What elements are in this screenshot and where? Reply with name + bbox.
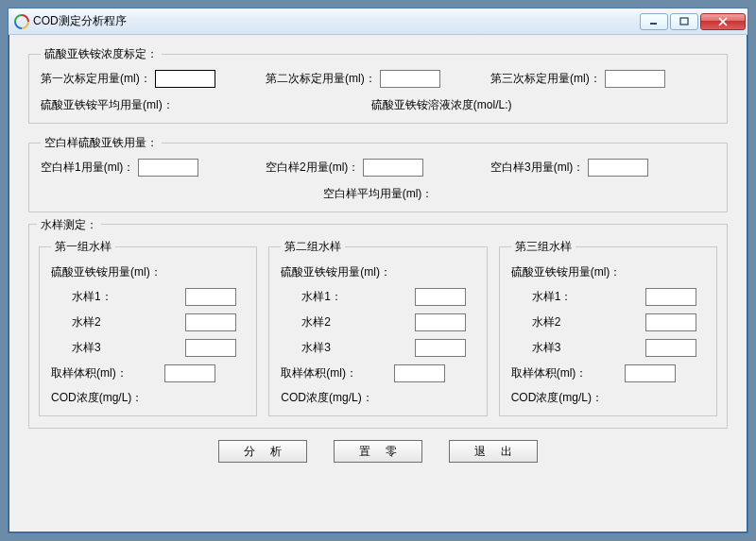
g2-s3-label: 水样3 [281, 340, 415, 356]
g2-s1-input[interactable] [415, 288, 466, 306]
g2-s2-input[interactable] [415, 313, 466, 331]
titlebar: COD测定分析程序 [9, 8, 747, 35]
g2-s2-label: 水样2 [281, 314, 415, 330]
blank-avg-label: 空白样平均用量(ml)： [323, 186, 434, 202]
cal3-input[interactable] [605, 70, 665, 88]
sample-group-3-legend: 第三组水样 [511, 239, 576, 255]
g1-s2-label: 水样2 [51, 314, 185, 330]
g2-vol-label: 取样体积(ml)： [281, 365, 394, 381]
g3-s3-label: 水样3 [511, 340, 645, 356]
g3-vol-input[interactable] [625, 364, 676, 382]
samples-legend: 水样测定： [37, 217, 101, 233]
app-icon [14, 14, 29, 29]
sample-group-3: 第三组水样 硫酸亚铁铵用量(ml)： 水样1： 水样2 水样3 取样体积(ml)… [499, 239, 717, 416]
button-row: 分 析 置 零 退 出 [28, 440, 728, 463]
exit-button[interactable]: 退 出 [449, 440, 538, 463]
app-window: COD测定分析程序 硫酸亚铁铵浓度标定： 第一次标定用量(ml)： [8, 8, 748, 533]
g1-s3-label: 水样3 [51, 340, 185, 356]
analyze-button[interactable]: 分 析 [218, 440, 307, 463]
g1-s1-label: 水样1： [51, 289, 185, 305]
g3-s1-input[interactable] [645, 288, 696, 306]
reset-button[interactable]: 置 零 [334, 440, 422, 463]
blank-legend: 空白样硫酸亚铁用量： [41, 135, 162, 151]
g2-s1-label: 水样1： [281, 289, 415, 305]
cal2-input[interactable] [380, 70, 440, 88]
blank2-input[interactable] [363, 159, 423, 177]
blank2-label: 空白样2用量(ml)： [266, 160, 359, 176]
g1-s1-input[interactable] [185, 288, 236, 306]
cal2-label: 第二次标定用量(ml)： [266, 71, 376, 87]
g1-vol-input[interactable] [164, 364, 215, 382]
close-button[interactable] [700, 13, 746, 30]
g3-vol-label: 取样体积(ml)： [511, 365, 625, 381]
g2-usage-label: 硫酸亚铁铵用量(ml)： [281, 264, 394, 280]
g3-s1-label: 水样1： [511, 289, 645, 305]
sample-group-2: 第二组水样 硫酸亚铁铵用量(ml)： 水样1： 水样2 水样3 取样体积(ml)… [268, 239, 487, 416]
blank1-label: 空白样1用量(ml)： [41, 160, 134, 176]
minimize-button[interactable] [640, 13, 668, 30]
client-area: 硫酸亚铁铵浓度标定： 第一次标定用量(ml)： 第二次标定用量(ml)： 第三次… [9, 35, 747, 532]
blank3-input[interactable] [588, 159, 648, 177]
g3-s2-input[interactable] [645, 313, 696, 331]
g2-cod-label: COD浓度(mg/L)： [281, 390, 394, 406]
g3-cod-label: COD浓度(mg/L)： [511, 390, 625, 406]
g2-s3-input[interactable] [415, 339, 466, 357]
calibration-group: 硫酸亚铁铵浓度标定： 第一次标定用量(ml)： 第二次标定用量(ml)： 第三次… [28, 46, 728, 124]
sample-group-1-legend: 第一组水样 [51, 239, 115, 255]
maximize-button[interactable] [670, 13, 698, 30]
g2-vol-input[interactable] [394, 364, 445, 382]
g3-s2-label: 水样2 [511, 314, 645, 330]
window-controls [640, 13, 746, 30]
cal3-label: 第三次标定用量(ml)： [490, 71, 601, 87]
cal-conc-label: 硫酸亚铁铵溶液浓度(mol/L:) [371, 97, 512, 113]
g3-usage-label: 硫酸亚铁铵用量(ml)： [511, 264, 625, 280]
g1-vol-label: 取样体积(ml)： [51, 365, 164, 381]
calibration-legend: 硫酸亚铁铵浓度标定： [41, 46, 162, 62]
blank-group: 空白样硫酸亚铁用量： 空白样1用量(ml)： 空白样2用量(ml)： 空白样3用… [28, 135, 728, 212]
g3-s3-input[interactable] [645, 339, 696, 357]
sample-group-1: 第一组水样 硫酸亚铁铵用量(ml)： 水样1： 水样2 水样3 取样体积(ml)… [39, 239, 257, 416]
g1-usage-label: 硫酸亚铁铵用量(ml)： [51, 264, 164, 280]
blank1-input[interactable] [138, 159, 198, 177]
cal1-label: 第一次标定用量(ml)： [41, 71, 151, 87]
svg-rect-1 [680, 18, 688, 25]
g1-s3-input[interactable] [185, 339, 236, 357]
g1-cod-label: COD浓度(mg/L)： [51, 390, 164, 406]
samples-group: 水样测定： 第一组水样 硫酸亚铁铵用量(ml)： 水样1： 水样2 水样3 取样… [28, 224, 728, 429]
cal-avg-label: 硫酸亚铁铵平均用量(ml)： [41, 97, 174, 113]
sample-group-2-legend: 第二组水样 [281, 239, 345, 255]
blank3-label: 空白样3用量(ml)： [490, 160, 584, 176]
g1-s2-input[interactable] [185, 313, 236, 331]
window-title: COD测定分析程序 [33, 13, 127, 29]
cal1-input[interactable] [155, 70, 215, 88]
